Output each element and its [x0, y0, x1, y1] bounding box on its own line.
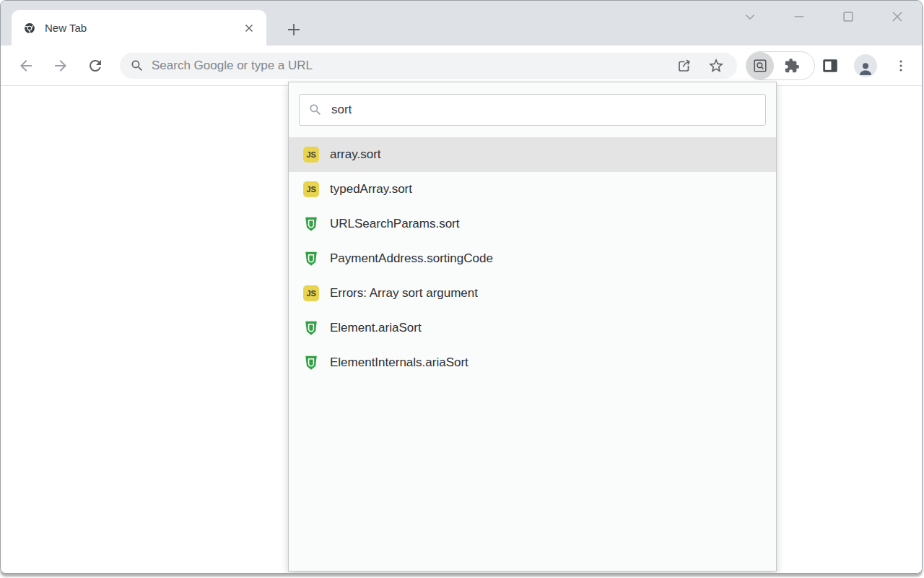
tab-new-tab[interactable]: New Tab: [12, 10, 266, 46]
result-label: Element.ariaSort: [330, 321, 422, 335]
reload-button[interactable]: [83, 53, 108, 78]
popup-search-section: [289, 82, 776, 137]
result-label: PaymentAddress.sortingCode: [330, 251, 493, 266]
active-extension-button[interactable]: [746, 52, 774, 79]
result-label: Errors: Array sort argument: [330, 286, 478, 301]
address-bar[interactable]: Search Google or type a URL: [120, 53, 737, 79]
search-icon: [130, 59, 144, 73]
browser-window: New Tab: [0, 0, 923, 574]
chrome-favicon-icon: [23, 22, 36, 35]
result-item[interactable]: URLSearchParams.sort: [289, 207, 776, 241]
close-window-button[interactable]: [887, 7, 907, 27]
result-item[interactable]: Element.ariaSort: [289, 311, 776, 345]
minimize-button[interactable]: [789, 7, 809, 27]
result-label: array.sort: [330, 147, 381, 162]
side-panel-icon[interactable]: [819, 53, 842, 78]
popup-search-input[interactable]: [330, 102, 757, 118]
new-tab-button[interactable]: [284, 20, 304, 40]
result-item[interactable]: ElementInternals.ariaSort: [289, 345, 776, 380]
result-item[interactable]: JS typedArray.sort: [289, 172, 776, 207]
extension-popup: JS array.sort JS typedArray.sort URLSear…: [288, 82, 777, 571]
js-badge-icon: JS: [303, 147, 319, 163]
forward-button[interactable]: [48, 53, 73, 78]
browser-toolbar: Search Google or type a URL: [1, 46, 922, 86]
window-controls: [711, 7, 907, 27]
result-label: ElementInternals.ariaSort: [330, 355, 468, 370]
extensions-pill: [746, 51, 815, 80]
tab-title: New Tab: [45, 22, 240, 34]
result-item[interactable]: JS array.sort: [289, 137, 776, 172]
extensions-puzzle-icon[interactable]: [780, 53, 804, 78]
popup-search-box[interactable]: [299, 94, 766, 126]
js-badge-icon: JS: [303, 285, 319, 301]
kebab-menu-icon[interactable]: [892, 53, 910, 78]
tab-strip: New Tab: [1, 1, 922, 46]
js-badge-icon: JS: [303, 181, 319, 197]
bookmark-star-icon[interactable]: [705, 55, 727, 77]
result-item[interactable]: JS Errors: Array sort argument: [289, 276, 776, 311]
api-shield-icon: [303, 251, 319, 267]
person-icon: [857, 60, 874, 77]
tab-search-chevron-icon[interactable]: [740, 7, 760, 27]
result-label: typedArray.sort: [330, 182, 412, 197]
tab-close-icon[interactable]: [240, 20, 258, 37]
maximize-button[interactable]: [838, 7, 858, 27]
api-shield-icon: [303, 355, 319, 371]
mdn-search-extension-icon: [752, 58, 768, 74]
api-shield-icon: [303, 216, 319, 232]
share-icon[interactable]: [674, 55, 695, 77]
result-item[interactable]: PaymentAddress.sortingCode: [289, 241, 776, 276]
result-list: JS array.sort JS typedArray.sort URLSear…: [289, 137, 776, 380]
result-label: URLSearchParams.sort: [330, 217, 460, 231]
profile-avatar[interactable]: [854, 54, 877, 77]
address-bar-placeholder: Search Google or type a URL: [152, 59, 663, 73]
back-button[interactable]: [14, 53, 38, 78]
api-shield-icon: [303, 320, 319, 336]
search-icon: [308, 103, 323, 117]
